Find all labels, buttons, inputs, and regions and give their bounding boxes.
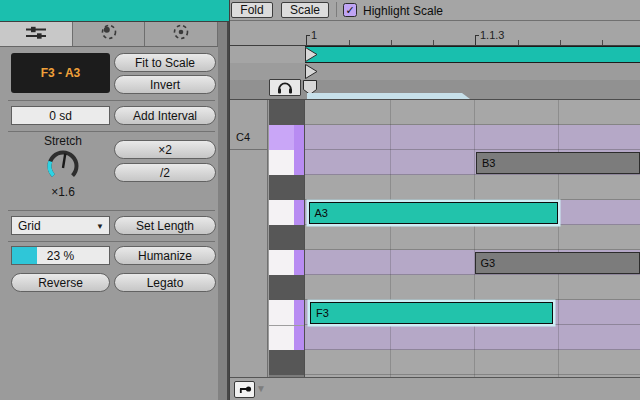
note-grid[interactable]: B3 A3 G3 F3 [305, 100, 640, 377]
scale-stripe [294, 200, 304, 225]
row-gsharp3[interactable] [305, 225, 640, 250]
grid-line [474, 100, 475, 377]
set-length-button[interactable]: Set Length [114, 216, 216, 235]
midi-note-g3[interactable]: G3 [475, 252, 640, 274]
highlight-scale-checkbox[interactable]: ✓ [343, 3, 357, 17]
scale-stripe [294, 150, 304, 175]
divider [8, 210, 215, 211]
tab-utilities[interactable] [145, 22, 218, 46]
invert-button[interactable]: Invert [114, 75, 216, 94]
ruler-tick [518, 40, 519, 45]
divider [8, 131, 215, 132]
humanize-amount-slider[interactable]: 23 % [11, 246, 110, 265]
scale-button[interactable]: Scale [281, 2, 329, 18]
ruler-tick [433, 40, 434, 45]
key-asharp3[interactable] [269, 175, 304, 200]
ruler-tick-major [475, 35, 479, 45]
key-gsharp3[interactable] [269, 225, 304, 250]
piano-key-column [269, 100, 305, 377]
fit-to-scale-button[interactable]: Fit to Scale [114, 53, 216, 72]
ruler-tick [560, 40, 561, 45]
row-c4[interactable] [305, 125, 640, 150]
key-e3[interactable] [269, 325, 304, 350]
grid-dropdown[interactable]: Grid ▼ [11, 216, 110, 235]
ruler-tick [602, 40, 603, 45]
key-g3[interactable] [269, 250, 304, 275]
scale-stripe [294, 326, 304, 350]
target-dot-icon [172, 23, 190, 45]
row-asharp3[interactable] [305, 175, 640, 200]
clip-color-strip [0, 0, 229, 22]
midi-note-a3-selected[interactable]: A3 [309, 202, 558, 224]
panel-divider-strip [218, 22, 229, 400]
start-marker-icon[interactable] [305, 47, 318, 62]
key-a3[interactable] [269, 200, 304, 225]
check-icon: ✓ [345, 5, 354, 16]
loop-bar[interactable] [230, 46, 640, 63]
octave-label: C4 [236, 131, 250, 143]
reverse-button[interactable]: Reverse [11, 273, 110, 292]
humanize-button[interactable]: Humanize [114, 246, 216, 265]
stretch-value[interactable]: ×1.6 [22, 185, 104, 199]
clip-scrub-lane[interactable] [230, 80, 640, 100]
key-f3[interactable] [269, 300, 304, 325]
fold-button[interactable]: Fold [231, 2, 273, 18]
tab-transform[interactable] [0, 22, 73, 46]
transform-panel: F3 - A3 Fit to Scale Invert 0 sd Add Int… [0, 47, 218, 400]
ruler-tick-major [306, 35, 310, 45]
chevron-down-icon: ▼ [96, 222, 104, 231]
stretch-x2-button[interactable]: ×2 [114, 140, 216, 159]
sliders-icon [25, 25, 47, 44]
note-name-column[interactable]: C4 [230, 100, 268, 377]
midi-note-f3-selected[interactable]: F3 [310, 302, 553, 324]
key-dsharp3[interactable] [269, 350, 304, 375]
interval-value-field[interactable]: 0 sd [11, 106, 110, 125]
preview-headphone-button[interactable] [269, 79, 301, 96]
grid-dropdown-value: Grid [18, 219, 41, 233]
key-csharp4[interactable] [269, 100, 304, 125]
tab-generate[interactable] [73, 22, 146, 46]
octave-divider-line [230, 149, 268, 150]
divider [8, 100, 215, 101]
key-icon [238, 384, 252, 395]
humanize-amount-value: 23 % [47, 249, 74, 263]
beat-time-ruler[interactable]: 1 1.1.3 [230, 21, 640, 46]
key-c4-root[interactable] [269, 125, 304, 150]
midi-note-b3[interactable]: B3 [476, 152, 640, 174]
scale-stripe [294, 300, 304, 325]
bottom-scroll-bar[interactable]: ▼ [230, 377, 640, 400]
highlight-scale-label: Highlight Scale [363, 4, 443, 18]
key-b3[interactable] [269, 150, 304, 175]
divider [8, 241, 215, 242]
ruler-tick [391, 40, 392, 45]
pitch-range-display[interactable]: F3 - A3 [11, 53, 110, 93]
clip-length-bar[interactable] [307, 93, 471, 99]
toolbar-separator [336, 2, 337, 17]
add-interval-button[interactable]: Add Interval [114, 106, 216, 125]
piano-roll-toolbar: Fold Scale ✓ Highlight Scale [230, 0, 640, 21]
stretch-div2-button[interactable]: /2 [114, 163, 216, 182]
chevron-down-icon: ▼ [256, 383, 266, 394]
ableton-midi-editor: F3 - A3 Fit to Scale Invert 0 sd Add Int… [0, 0, 640, 400]
ruler-label: 1 [311, 29, 317, 41]
key-fsharp3[interactable] [269, 275, 304, 300]
row-e3[interactable] [305, 325, 640, 350]
ruler-tick [349, 40, 350, 45]
marker-lane[interactable] [230, 63, 640, 80]
scale-stripe [294, 125, 304, 150]
row-csharp4[interactable] [305, 100, 640, 125]
grid-line [558, 100, 559, 377]
headphone-icon [277, 81, 293, 94]
legato-button[interactable]: Legato [114, 273, 216, 292]
loop-start-marker-icon[interactable] [305, 64, 318, 79]
key-track-toggle-button[interactable] [234, 381, 255, 398]
midi-tools-tabbar [0, 22, 218, 47]
row-fsharp3[interactable] [305, 275, 640, 300]
row-dsharp3[interactable] [305, 350, 640, 375]
humanize-fill-bar [12, 247, 37, 264]
grid-line [390, 100, 391, 377]
ruler-label: 1.1.3 [480, 29, 504, 41]
scale-stripe [294, 250, 304, 275]
loop-region[interactable] [305, 46, 640, 63]
dashed-circle-dot-icon [100, 23, 118, 45]
